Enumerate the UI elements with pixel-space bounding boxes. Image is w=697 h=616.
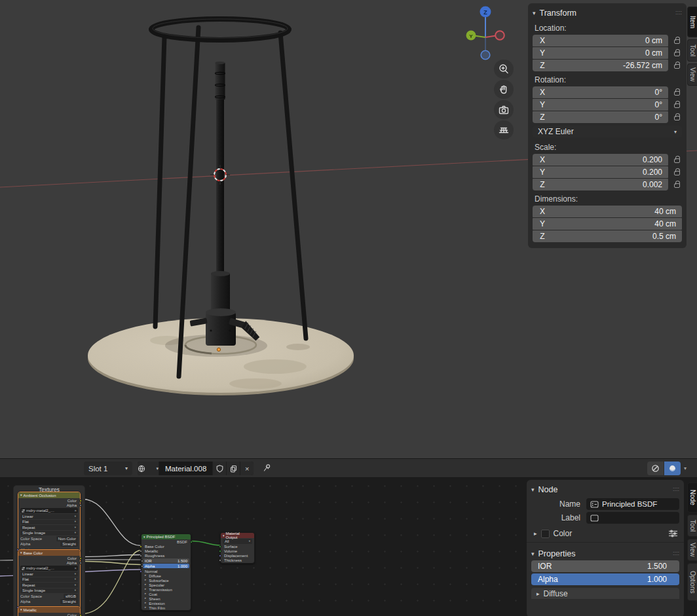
socket-roughness[interactable] xyxy=(140,554,142,557)
panel-emission[interactable]: ▸Emission xyxy=(141,601,191,606)
dimensions-y-field[interactable]: Y40 cm xyxy=(533,218,682,230)
socket-normal[interactable] xyxy=(140,570,142,573)
tab-item[interactable]: Item xyxy=(687,7,697,37)
grid-floor-icon[interactable] xyxy=(494,120,514,139)
socket-color[interactable] xyxy=(79,557,82,560)
projection-select[interactable]: Flat▾ xyxy=(20,577,78,583)
location-x-field[interactable]: X0 cm xyxy=(533,35,668,46)
properties-panel-header[interactable]: ▾ Properties :::: xyxy=(531,547,679,560)
image-texture-node-metallic[interactable]: ▾Metallic Color Alpha rndry-metal2_…× xyxy=(18,606,81,616)
interpolation-select[interactable]: Linear▾ xyxy=(20,571,78,577)
interpolation-select[interactable]: Linear▾ xyxy=(20,514,78,519)
socket-volume[interactable] xyxy=(219,550,221,553)
axis-x-handle[interactable] xyxy=(495,31,504,40)
socket-metallic[interactable] xyxy=(140,550,142,553)
image-datablock-field[interactable]: rndry-metal2_…× xyxy=(20,566,78,571)
socket-surface[interactable] xyxy=(219,545,221,548)
alpha-mode-select[interactable]: Straight xyxy=(60,599,78,604)
panel-drag-dots[interactable]: :::: xyxy=(675,10,682,16)
material-name-field[interactable]: Material.008 xyxy=(159,462,212,475)
dimensions-x-field[interactable]: X40 cm xyxy=(533,206,682,217)
scale-x-field[interactable]: X0.200 xyxy=(533,154,668,166)
snapping-icon[interactable] xyxy=(647,462,664,475)
fake-user-shield-icon[interactable] xyxy=(213,462,226,475)
alpha-field[interactable]: Alpha 1.000 xyxy=(531,573,679,585)
rotation-mode-select[interactable]: XYZ Euler▾ xyxy=(533,126,682,137)
extension-select[interactable]: Repeat▾ xyxy=(20,583,78,588)
lock-icon[interactable] xyxy=(668,156,682,163)
rotation-y-field[interactable]: Y0° xyxy=(533,99,668,111)
source-select[interactable]: Single Image▾ xyxy=(20,589,78,594)
axis-y-handle[interactable]: Y xyxy=(466,31,476,41)
lock-icon[interactable] xyxy=(668,37,682,44)
panel-transmission[interactable]: ▸Transmission xyxy=(141,587,191,592)
node-label-field[interactable] xyxy=(586,512,679,524)
tab-view[interactable]: View xyxy=(687,539,697,561)
material-slot-select[interactable]: Slot 1 ▾ xyxy=(84,462,132,475)
preview-sphere-button[interactable] xyxy=(664,462,681,475)
extension-select[interactable]: Repeat▾ xyxy=(20,525,78,530)
tab-tool[interactable]: Tool xyxy=(687,515,697,537)
lock-icon[interactable] xyxy=(668,50,682,56)
browse-material-button[interactable]: ▾ xyxy=(138,462,159,475)
shader-node-canvas[interactable]: Textures ▾Ambient Occlusion Color Alpha … xyxy=(0,478,697,616)
scale-y-field[interactable]: Y0.200 xyxy=(533,166,668,178)
chevron-down-icon[interactable]: ▾ xyxy=(684,465,687,471)
socket-base-color[interactable] xyxy=(140,545,142,548)
node-name-field[interactable]: Principled BSDF xyxy=(586,498,679,510)
filter-sliders-icon[interactable] xyxy=(668,530,678,537)
socket-alpha[interactable] xyxy=(79,504,82,507)
lock-icon[interactable] xyxy=(668,62,682,69)
rotation-z-field[interactable]: Z0° xyxy=(533,111,668,123)
principled-bsdf-node[interactable]: ▾Principled BSDF BSDF Base Color Metalli… xyxy=(141,534,191,611)
tab-options[interactable]: Options xyxy=(687,563,697,601)
diffuse-subpanel[interactable]: ▸ Diffuse xyxy=(531,588,679,599)
socket-alpha[interactable] xyxy=(79,562,82,564)
lock-icon[interactable] xyxy=(668,101,682,108)
panel-thin-film[interactable]: ▸Thin Film xyxy=(141,606,191,610)
socket-color[interactable] xyxy=(79,614,82,616)
lock-icon[interactable] xyxy=(668,89,682,96)
color-swatch[interactable] xyxy=(541,530,550,538)
socket-thickness[interactable] xyxy=(219,559,221,562)
rotation-x-field[interactable]: X0° xyxy=(533,86,668,98)
new-material-copy-icon[interactable] xyxy=(227,462,240,475)
tab-node[interactable]: Node xyxy=(687,482,697,513)
ior-field[interactable]: IOR 1.500 xyxy=(531,560,679,572)
panel-drag-dots[interactable]: :::: xyxy=(673,486,679,492)
camera-icon[interactable] xyxy=(494,100,514,119)
panel-coat[interactable]: ▸Coat xyxy=(141,592,191,596)
lock-icon[interactable] xyxy=(668,169,682,175)
ior-slider[interactable]: IOR1.500 xyxy=(143,558,189,563)
socket-bsdf-out[interactable] xyxy=(190,541,193,543)
pin-icon[interactable] xyxy=(263,463,271,474)
tab-view[interactable]: View xyxy=(687,63,697,86)
panel-drag-dots[interactable]: :::: xyxy=(673,551,679,556)
panel-diffuse[interactable]: ▸Diffuse xyxy=(141,573,191,578)
dimensions-z-field[interactable]: Z0.5 cm xyxy=(533,230,682,242)
tab-tool[interactable]: Tool xyxy=(687,39,697,62)
axis-z-handle[interactable]: Z xyxy=(480,7,491,18)
material-output-node[interactable]: ▾Material Output All▾ Surface Volume Dis… xyxy=(220,532,255,564)
lock-icon[interactable] xyxy=(668,181,682,188)
zoom-icon[interactable] xyxy=(494,60,514,79)
navigation-gizmo[interactable]: Z Y xyxy=(459,5,518,65)
alpha-slider[interactable]: Alpha1.000 xyxy=(143,564,189,568)
colorspace-select[interactable]: Non-Color xyxy=(56,536,78,541)
textures-frame[interactable]: Textures ▾Ambient Occlusion Color Alpha … xyxy=(13,485,85,616)
color-subpanel[interactable]: ▸ Color xyxy=(534,529,679,538)
node-panel-header[interactable]: ▾ Node :::: xyxy=(531,482,679,496)
socket-displacement[interactable] xyxy=(219,554,221,557)
panel-sheen[interactable]: ▸Sheen xyxy=(141,596,191,601)
viewport-3d[interactable]: Z Y ▾ xyxy=(0,0,697,458)
source-select[interactable]: Single Image▾ xyxy=(20,531,78,536)
projection-select[interactable]: Flat▾ xyxy=(20,520,78,525)
image-datablock-field[interactable]: rndry-metal2_…× xyxy=(20,508,78,513)
image-texture-node-ao[interactable]: ▾Ambient Occlusion Color Alpha rndry-met… xyxy=(18,492,81,553)
output-target-select[interactable]: All▾ xyxy=(223,539,252,544)
panel-subsurface[interactable]: ▸Subsurface xyxy=(141,578,191,583)
scale-z-field[interactable]: Z0.002 xyxy=(533,179,668,190)
lock-icon[interactable] xyxy=(668,114,682,120)
unlink-material-button[interactable]: × xyxy=(240,462,254,475)
pan-hand-icon[interactable] xyxy=(494,80,514,99)
